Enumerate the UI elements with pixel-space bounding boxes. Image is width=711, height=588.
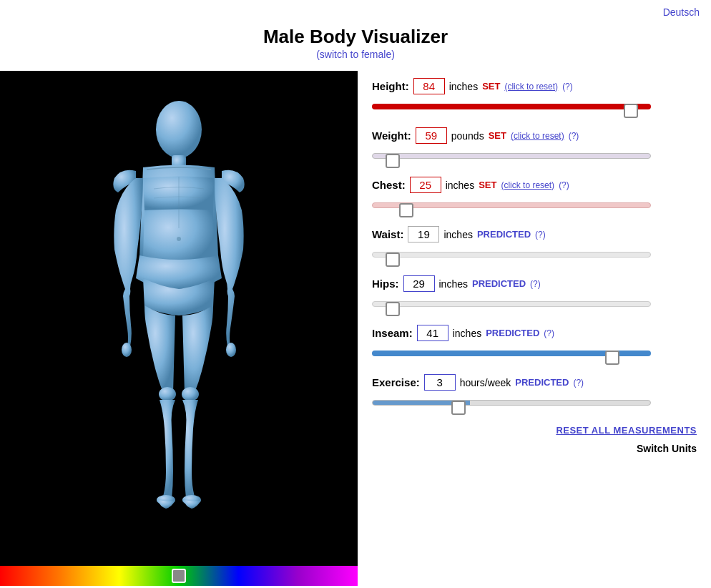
inseam-help-link[interactable]: (?) xyxy=(544,328,554,338)
inseam-measurement-row: Inseam: inches PREDICTED (?) xyxy=(372,325,697,361)
chest-help-link[interactable]: (?) xyxy=(559,180,569,190)
waist-value-input[interactable] xyxy=(408,226,439,242)
bottom-actions: RESET ALL MEASUREMENTS Switch Units xyxy=(372,425,697,454)
chest-set-label: SET xyxy=(479,180,496,190)
language-link[interactable]: Deutsch xyxy=(663,6,700,18)
weight-label: Weight: xyxy=(372,129,411,142)
svg-point-5 xyxy=(182,387,199,401)
weight-reset-link[interactable]: (click to reset) xyxy=(511,131,564,141)
weight-help-link[interactable]: (?) xyxy=(569,131,579,141)
waist-label: Waist: xyxy=(372,228,403,240)
height-reset-link[interactable]: (click to reset) xyxy=(504,82,558,92)
waist-unit: inches xyxy=(443,229,472,240)
weight-slider[interactable] xyxy=(372,148,651,164)
controls-panel: Height: inches SET (click to reset) (?) … xyxy=(358,71,711,586)
hips-unit: inches xyxy=(439,278,468,290)
waist-help-link[interactable]: (?) xyxy=(535,230,546,240)
exercise-slider[interactable] xyxy=(372,395,651,411)
chest-measurement-row: Chest: inches SET (click to reset) (?) xyxy=(372,177,697,213)
weight-set-label: SET xyxy=(489,130,506,141)
inseam-value-input[interactable] xyxy=(417,325,448,341)
height-set-label: SET xyxy=(482,81,500,92)
chest-value-input[interactable] xyxy=(410,177,441,193)
svg-point-0 xyxy=(156,101,202,158)
weight-measurement-row: Weight: pounds SET (click to reset) (?) xyxy=(372,127,697,164)
exercise-help-link[interactable]: (?) xyxy=(573,378,584,388)
hips-predicted-label: PREDICTED xyxy=(472,278,526,289)
height-measurement-row: Height: inches SET (click to reset) (?) xyxy=(372,78,697,114)
height-slider[interactable] xyxy=(372,99,651,114)
exercise-predicted-label: PREDICTED xyxy=(515,377,569,388)
svg-point-2 xyxy=(122,343,132,357)
weight-value-input[interactable] xyxy=(416,127,447,144)
svg-point-8 xyxy=(177,237,181,241)
chest-slider[interactable] xyxy=(372,197,651,213)
switch-units-button[interactable]: Switch Units xyxy=(637,443,697,454)
height-unit: inches xyxy=(449,81,478,92)
height-value-input[interactable] xyxy=(413,78,445,94)
hips-measurement-row: Hips: inches PREDICTED (?) xyxy=(372,275,697,312)
hips-value-input[interactable] xyxy=(403,275,435,292)
waist-measurement-row: Waist: inches PREDICTED (?) xyxy=(372,226,697,263)
weight-unit: pounds xyxy=(451,130,484,142)
inseam-label: Inseam: xyxy=(372,327,413,339)
exercise-value-input[interactable] xyxy=(424,374,456,391)
chest-label: Chest: xyxy=(372,179,406,191)
waist-slider[interactable] xyxy=(372,247,651,263)
chest-unit: inches xyxy=(446,180,474,191)
color-bar-thumb[interactable] xyxy=(172,569,186,583)
height-help-link[interactable]: (?) xyxy=(562,82,573,92)
main-title: Male Body Visualizer xyxy=(0,26,711,48)
top-right-nav: Deutsch xyxy=(0,0,711,19)
inseam-slider[interactable] xyxy=(372,346,651,361)
chest-reset-link[interactable]: (click to reset) xyxy=(501,180,554,190)
hips-help-link[interactable]: (?) xyxy=(530,279,541,289)
hips-label: Hips: xyxy=(372,278,399,290)
exercise-unit: hours/week xyxy=(460,377,511,388)
height-label: Height: xyxy=(372,80,409,92)
body-visualizer-panel xyxy=(0,71,358,586)
hips-slider[interactable] xyxy=(372,296,651,312)
exercise-label: Exercise: xyxy=(372,376,420,388)
inseam-predicted-label: PREDICTED xyxy=(486,328,539,338)
exercise-measurement-row: Exercise: hours/week PREDICTED (?) xyxy=(372,374,697,411)
reset-all-button[interactable]: RESET ALL MEASUREMENTS xyxy=(556,425,697,436)
body-figure-svg xyxy=(79,85,279,550)
page-title: Male Body Visualizer (switch to female) xyxy=(0,19,711,64)
svg-point-3 xyxy=(226,343,236,357)
color-spectrum-bar[interactable] xyxy=(0,566,358,586)
switch-gender-link[interactable]: (switch to female) xyxy=(316,49,395,60)
inseam-unit: inches xyxy=(453,328,481,339)
svg-point-4 xyxy=(159,387,176,401)
waist-predicted-label: PREDICTED xyxy=(477,229,531,240)
